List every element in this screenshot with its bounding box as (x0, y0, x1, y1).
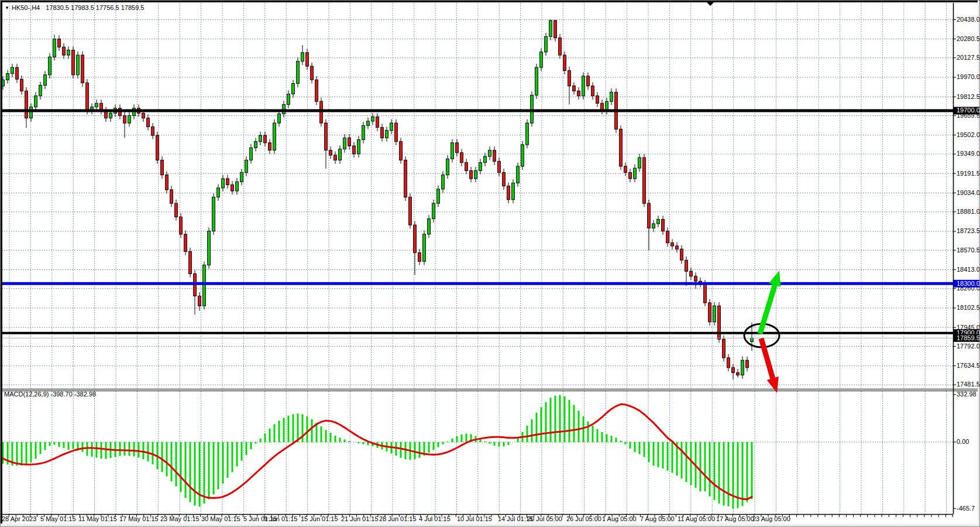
left-border (1, 1, 2, 523)
price-axis-label: 19812.5 (957, 93, 980, 100)
bull-candle (446, 159, 449, 174)
bear-candle (166, 175, 169, 190)
macd-axis-label: -465.7 (957, 505, 975, 512)
bear-candle (170, 190, 173, 203)
bull-candle (245, 160, 248, 172)
bear-candle (568, 70, 571, 85)
symbol-dropdown-icon[interactable]: ▼ (5, 5, 9, 11)
price-axis-label: 19502.0 (957, 131, 980, 138)
bear-candle (72, 50, 75, 75)
bull-candle (474, 170, 477, 179)
price-axis-label: 17634.5 (957, 362, 980, 369)
bear-candle (20, 79, 23, 91)
level-lines (2, 111, 953, 338)
time-axis-label: 10 Jul 01:15 (457, 515, 492, 522)
time-axis-label: 26 Jul 05:00 (566, 515, 601, 522)
bear-candle (189, 252, 192, 274)
bear-candle (493, 150, 496, 162)
price-level-label: 17859.5 (957, 334, 980, 341)
bear-candle (311, 66, 314, 80)
bull-candle (77, 55, 80, 75)
bearish-arrow-head[interactable] (767, 377, 779, 393)
price-axis: 20438.020280.520127.519970.019812.519659… (953, 16, 980, 512)
bear-candle (86, 83, 89, 111)
bear-candle (456, 143, 459, 153)
bear-candle (460, 153, 463, 163)
bear-candle (629, 172, 632, 179)
price-axis-label: 19191.5 (957, 170, 980, 177)
bull-candle (428, 219, 431, 234)
bear-candle (414, 225, 417, 252)
bear-candle (559, 38, 562, 56)
bull-candle (484, 156, 487, 163)
bull-candle (582, 76, 585, 96)
bull-candle (451, 143, 454, 159)
ohlc-values: 17830.5 17983.5 17756.5 17859.5 (46, 4, 144, 11)
bear-candle (507, 186, 510, 200)
bear-candle (264, 135, 267, 143)
bullish-arrow[interactable] (760, 279, 776, 334)
bull-candle (657, 220, 660, 224)
bull-candle (751, 338, 754, 341)
bull-candle (39, 85, 42, 96)
bear-candle (198, 296, 201, 306)
chart-shift-marker[interactable] (706, 2, 714, 6)
price-chart-canvas[interactable]: 20438.020280.520127.519970.019812.519659… (1, 1, 980, 527)
bear-candle (563, 55, 566, 70)
bull-candle (49, 57, 51, 75)
bull-candle (652, 224, 655, 228)
bear-candle (325, 123, 328, 150)
bull-candle (301, 53, 304, 61)
bull-candle (283, 104, 286, 114)
bull-candle (250, 148, 253, 160)
bull-candle (297, 61, 300, 84)
bear-candle (175, 203, 178, 217)
time-axis-label: 28 Apr 2023 (2, 515, 36, 522)
bear-candle (320, 101, 323, 123)
time-axis-label: 28 Jun 01:15 (379, 515, 417, 522)
bear-candle (723, 339, 725, 358)
chart-title: ▼HK50-,H417830.5 17983.5 17756.5 17859.5 (5, 4, 144, 11)
bull-candle (6, 74, 9, 80)
bear-candle (662, 220, 665, 231)
candlesticks (2, 19, 754, 379)
bull-candle (357, 140, 360, 154)
bear-candle (732, 368, 735, 372)
bear-candle (329, 150, 332, 155)
bull-candle (240, 172, 243, 182)
bear-candle (592, 86, 594, 96)
macd-indicator-label[interactable]: MACD(12,26,9) -398.70 -382.98 (4, 391, 96, 398)
bear-candle (376, 117, 379, 128)
price-axis-label: 17792.0 (957, 343, 980, 350)
bull-candle (255, 142, 257, 148)
bull-candle (362, 125, 365, 139)
bull-candle (634, 168, 637, 179)
bear-candle (142, 113, 145, 118)
bear-candle (404, 160, 407, 197)
price-axis-label: 18723.5 (957, 227, 980, 234)
time-axis-label: 17 May 01:15 (119, 515, 159, 522)
top-border (1, 1, 980, 2)
bear-candle (184, 234, 187, 252)
bear-candle (465, 163, 468, 171)
price-level-label: 18300.0 (957, 280, 980, 287)
bear-candle (63, 47, 66, 55)
bear-candle (709, 303, 711, 322)
bull-candle (535, 67, 538, 95)
bear-candle (648, 203, 651, 228)
bear-candle (577, 91, 580, 95)
bull-candle (367, 121, 370, 125)
bull-candle (109, 113, 112, 118)
time-axis-label: 4 Jul 01:15 (419, 515, 451, 522)
price-axis-label: 19970.0 (957, 73, 980, 80)
bottom-frame (1, 524, 980, 527)
bear-candle (685, 260, 688, 271)
time-axis-label: 21 Jun 01:15 (341, 515, 379, 522)
bear-candle (587, 76, 590, 86)
bear-candle (123, 115, 126, 123)
bear-candle (418, 253, 421, 262)
bull-candle (292, 84, 295, 94)
bear-candle (334, 155, 337, 160)
time-axis-label: 5 May 01:15 (40, 515, 76, 522)
bull-candle (128, 115, 131, 123)
